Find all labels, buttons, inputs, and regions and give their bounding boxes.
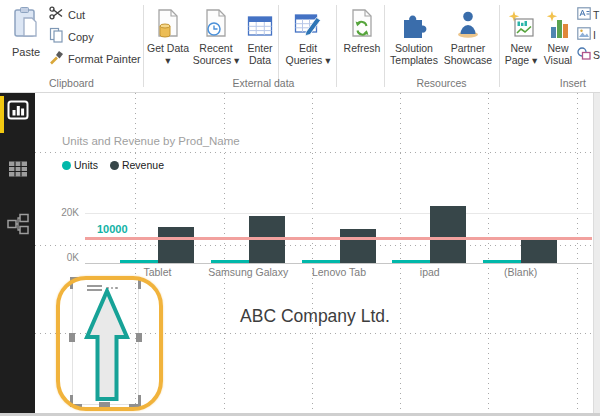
sidebar-item-data-view[interactable] xyxy=(6,158,30,184)
company-text-box[interactable]: ABC Company Ltd. xyxy=(195,306,435,327)
reference-line-label: 10000 xyxy=(97,223,128,235)
external-data-group-label: External data xyxy=(143,77,384,89)
legend-entry-units[interactable]: Units xyxy=(62,159,98,171)
solution-templates-label: Solution Templates xyxy=(387,42,441,67)
group-separator xyxy=(499,5,500,87)
scissors-icon xyxy=(49,6,64,24)
legend-dot-units xyxy=(62,161,71,170)
view-sidebar xyxy=(0,93,35,413)
get-data-icon xyxy=(156,5,180,39)
text-box-icon xyxy=(577,6,591,24)
x-axis-line xyxy=(85,263,592,264)
bar-revenue-4[interactable] xyxy=(521,238,557,263)
active-view-indicator xyxy=(0,96,4,133)
data-view-icon xyxy=(7,159,29,183)
new-page-label: New Page ▾ xyxy=(503,42,539,67)
bar-units-0[interactable] xyxy=(120,260,158,263)
enter-data-icon xyxy=(247,5,273,39)
bar-units-4[interactable] xyxy=(483,260,521,263)
group-separator xyxy=(384,5,385,87)
bar-revenue-2[interactable] xyxy=(340,229,376,263)
refresh-label: Refresh xyxy=(344,42,381,54)
bar-units-2[interactable] xyxy=(302,260,340,263)
recent-sources-button[interactable]: Recent Sources ▾ xyxy=(189,5,243,67)
ribbon: Paste Cut Copy xyxy=(0,0,600,93)
image-icon xyxy=(577,26,591,44)
new-visual-button[interactable]: New Visual xyxy=(541,5,575,67)
solution-templates-button[interactable]: Solution Templates xyxy=(387,5,441,67)
image-button[interactable]: I xyxy=(577,26,596,44)
bar-revenue-3[interactable] xyxy=(430,206,466,264)
person-icon xyxy=(454,5,482,39)
copy-button[interactable]: Copy xyxy=(49,28,94,46)
grid-guide-vertical xyxy=(577,93,578,413)
text-box-button[interactable]: T xyxy=(577,6,599,24)
category-label-4: (Blank) xyxy=(473,266,568,278)
edit-queries-label: Edit Queries ▾ xyxy=(282,42,334,67)
y-axis-tick-20k: 20K xyxy=(49,207,79,218)
recent-sources-icon xyxy=(204,5,228,39)
group-separator xyxy=(143,5,144,87)
new-visual-label: New Visual xyxy=(541,42,575,67)
highlight-annotation-ring xyxy=(56,276,163,411)
partner-showcase-button[interactable]: Partner Showcase xyxy=(441,5,495,67)
edit-queries-button[interactable]: Edit Queries ▾ xyxy=(282,5,334,67)
format-painter-label: Format Painter xyxy=(68,53,141,65)
button-separator xyxy=(278,5,279,87)
report-view-icon xyxy=(6,99,30,127)
recent-sources-label: Recent Sources ▾ xyxy=(189,42,243,67)
shapes-label: S xyxy=(593,49,600,61)
get-data-button[interactable]: Get Data ▾ xyxy=(146,5,190,67)
legend-label-units: Units xyxy=(74,159,98,171)
shapes-icon xyxy=(577,46,591,64)
relationships-view-icon xyxy=(6,212,30,240)
cut-label: Cut xyxy=(68,9,85,21)
canvas-right-edge xyxy=(593,93,600,413)
new-page-icon xyxy=(507,5,535,39)
sidebar-item-relationships-view[interactable] xyxy=(6,213,30,239)
text-box-label: T xyxy=(593,9,599,21)
insert-group-label: Insert xyxy=(560,77,586,89)
image-label: I xyxy=(593,29,596,41)
refresh-button[interactable]: Refresh xyxy=(340,5,384,67)
paste-label: Paste xyxy=(12,46,40,58)
enter-data-button[interactable]: Enter Data xyxy=(242,5,278,67)
sidebar-item-report-view[interactable] xyxy=(6,100,30,126)
get-data-label: Get Data ▾ xyxy=(146,42,190,67)
report-canvas[interactable]: Units and Revenue by Prod_Name Units Rev… xyxy=(35,93,593,413)
copy-icon xyxy=(49,27,64,47)
shapes-button[interactable]: S xyxy=(577,46,600,64)
new-visual-icon xyxy=(545,5,571,39)
category-label-3: ipad xyxy=(382,266,477,278)
bar-units-3[interactable] xyxy=(392,260,430,263)
cut-button[interactable]: Cut xyxy=(49,6,85,24)
y-axis-tick-0k: 0K xyxy=(49,252,79,263)
paste-clipboard-icon xyxy=(11,6,41,44)
format-painter-icon xyxy=(49,50,64,69)
edit-queries-icon xyxy=(294,5,322,39)
category-label-2: Lenovo Tab xyxy=(292,266,387,278)
resources-group-label: Resources xyxy=(384,77,499,89)
partner-showcase-label: Partner Showcase xyxy=(441,42,495,67)
bar-units-1[interactable] xyxy=(211,260,249,263)
paste-button[interactable]: Paste xyxy=(4,6,48,58)
bar-revenue-0[interactable] xyxy=(158,227,194,263)
copy-label: Copy xyxy=(68,31,94,43)
clipboard-group-label: Clipboard xyxy=(0,77,143,89)
format-painter-button[interactable]: Format Painter xyxy=(49,50,141,68)
refresh-icon xyxy=(350,5,374,39)
button-separator xyxy=(336,5,337,87)
enter-data-label: Enter Data xyxy=(242,42,278,67)
puzzle-icon xyxy=(400,5,428,39)
reference-line[interactable] xyxy=(85,237,592,240)
powerbi-window: Paste Cut Copy xyxy=(0,0,600,416)
new-page-button[interactable]: New Page ▾ xyxy=(503,5,539,67)
category-label-1: Samsung Galaxy xyxy=(201,266,296,278)
